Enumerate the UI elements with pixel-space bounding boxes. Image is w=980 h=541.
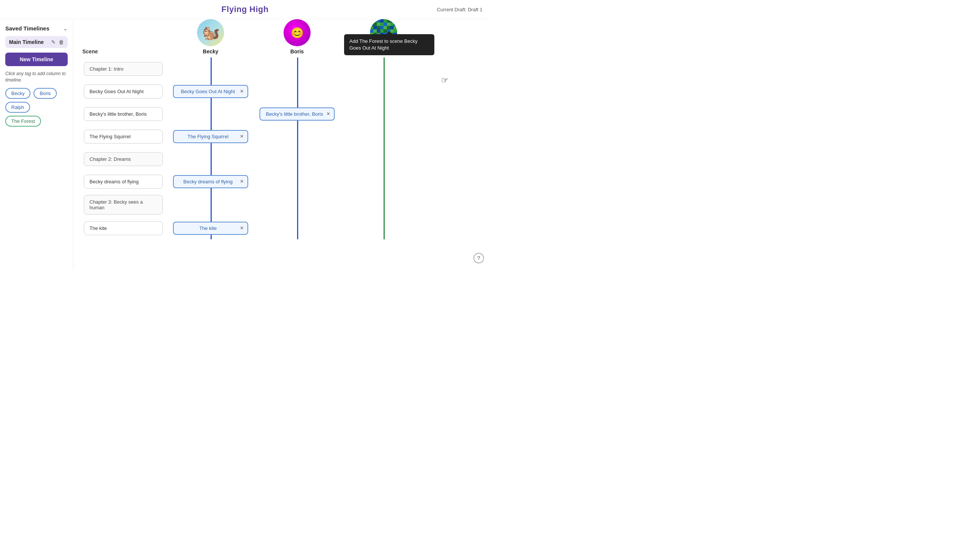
new-timeline-button[interactable]: New Timeline: [5, 52, 68, 66]
close-icon[interactable]: ✕: [240, 179, 244, 184]
table-row: Chapter 1: Intro: [81, 57, 482, 80]
scene-name-cell: The Flying Squirrel: [81, 127, 167, 146]
table-row: Chapter 2: Dreams: [81, 148, 482, 170]
draft-label: Current Draft: Draft 1: [437, 7, 482, 13]
becky-tag-card[interactable]: Becky dreams of flying ✕: [173, 175, 248, 188]
tag-card-text: Becky's little brother, Boris: [264, 111, 325, 117]
scene-name-cell: Becky Goes Out At Night: [81, 82, 167, 101]
boris-tag-card[interactable]: Becky's little brother, Boris ✕: [259, 108, 335, 121]
close-icon[interactable]: ✕: [240, 89, 244, 94]
scene-name-box: Chapter 2: Dreams: [84, 152, 163, 166]
main-timeline-item: Main Timeline ✎ 🗑: [5, 36, 68, 48]
becky-tag-card[interactable]: Becky Goes Out At Night ✕: [173, 85, 248, 98]
scene-name-box: The kite: [84, 221, 163, 235]
main-timeline-label: Main Timeline: [9, 39, 44, 45]
becky-cell[interactable]: The Flying Squirrel ✕: [167, 128, 254, 145]
becky-tag-card[interactable]: The kite ✕: [173, 222, 248, 235]
tag-forest[interactable]: The Forest: [5, 116, 41, 127]
table-row: Becky's little brother, Boris Becky's li…: [81, 103, 482, 125]
chevron-down-icon[interactable]: ⌄: [63, 25, 68, 32]
close-icon[interactable]: ✕: [240, 134, 244, 139]
scene-name-box: Becky's little brother, Boris: [84, 107, 163, 121]
scene-name-cell: Becky dreams of flying: [81, 173, 167, 191]
tag-card-text: Becky Goes Out At Night: [178, 89, 239, 94]
character-name-becky: Becky: [203, 48, 218, 54]
tags-container: Becky Boris Ralph The Forest: [5, 88, 68, 127]
header: Flying High Current Draft: Draft 1: [0, 0, 490, 19]
scene-name-box: Becky Goes Out At Night: [84, 84, 163, 98]
delete-icon[interactable]: 🗑: [59, 39, 64, 45]
scene-column-header: Scene: [81, 26, 167, 54]
tag-boris[interactable]: Boris: [33, 88, 57, 99]
table-row: The kite The kite ✕: [81, 217, 482, 239]
scene-name-box: The Flying Squirrel: [84, 130, 163, 143]
becky-tag-card[interactable]: The Flying Squirrel ✕: [173, 130, 248, 143]
becky-cell[interactable]: The kite ✕: [167, 219, 254, 237]
timeline-grid: Scene 🐿️ Becky 😊 Boris: [73, 19, 490, 247]
page-title: Flying High: [221, 5, 269, 14]
column-headers: Scene 🐿️ Becky 😊 Boris: [81, 19, 482, 57]
scene-name-cell: Becky's little brother, Boris: [81, 105, 167, 123]
becky-cell[interactable]: Becky Goes Out At Night ✕: [167, 82, 254, 100]
tag-card-text: The kite: [178, 225, 239, 231]
scene-name-cell: The kite: [81, 219, 167, 238]
character-header-boris: 😊 Boris: [254, 19, 340, 54]
character-header-forest: The Forest Add The Forest to scene Becky…: [340, 19, 427, 54]
tag-ralph[interactable]: Ralph: [5, 102, 30, 113]
scene-rows: Chapter 1: Intro Becky Goes Out At Night…: [81, 57, 482, 239]
sidebar: Saved Timelines ⌄ Main Timeline ✎ 🗑 New …: [0, 19, 73, 270]
timelines-label: Saved Timelines: [5, 25, 49, 32]
scene-name-box: Chapter 3: Becky sees a human: [84, 195, 163, 214]
main-content: Scene 🐿️ Becky 😊 Boris: [73, 19, 490, 270]
timelines-header: Saved Timelines ⌄: [5, 25, 68, 32]
edit-icon[interactable]: ✎: [51, 39, 56, 45]
tag-becky[interactable]: Becky: [5, 88, 30, 99]
scene-name-box: Becky dreams of flying: [84, 175, 163, 189]
table-row: The Flying Squirrel The Flying Squirrel …: [81, 125, 482, 148]
boris-cell[interactable]: Becky's little brother, Boris ✕: [254, 105, 340, 123]
cursor-icon: ☞: [441, 76, 449, 85]
scene-name-cell: Chapter 1: Intro: [81, 60, 167, 78]
character-name-boris: Boris: [290, 48, 304, 54]
table-row: Chapter 3: Becky sees a human: [81, 193, 482, 217]
avatar-boris: 😊: [283, 19, 310, 46]
help-button[interactable]: ?: [474, 253, 484, 263]
becky-cell[interactable]: Becky dreams of flying ✕: [167, 173, 254, 190]
close-icon[interactable]: ✕: [240, 225, 244, 231]
character-header-becky: 🐿️ Becky: [167, 19, 254, 54]
sidebar-hint: Click any tag to add column to timeline.: [5, 71, 68, 83]
scene-name-cell: Chapter 3: Becky sees a human: [81, 193, 167, 217]
table-row: Becky dreams of flying Becky dreams of f…: [81, 170, 482, 193]
timeline-actions: ✎ 🗑: [51, 39, 64, 45]
table-row: Becky Goes Out At Night Becky Goes Out A…: [81, 80, 482, 103]
tag-card-text: The Flying Squirrel: [178, 134, 239, 140]
avatar-becky: 🐿️: [197, 19, 224, 46]
main-layout: Saved Timelines ⌄ Main Timeline ✎ 🗑 New …: [0, 19, 490, 270]
close-icon[interactable]: ✕: [326, 111, 330, 116]
scene-name-cell: Chapter 2: Dreams: [81, 150, 167, 168]
forest-tooltip: Add The Forest to scene Becky Goes Out A…: [344, 34, 434, 55]
tag-card-text: Becky dreams of flying: [178, 179, 239, 184]
scene-name-box: Chapter 1: Intro: [84, 62, 163, 76]
